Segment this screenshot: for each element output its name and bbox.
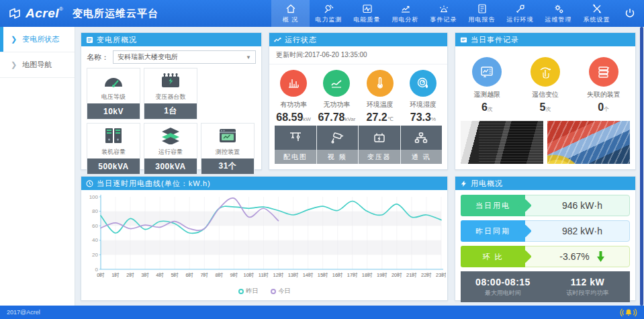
svg-text:11时: 11时 [259,272,269,278]
offline-device-icon [589,57,618,87]
nav-item-usage-report[interactable]: 用电报告 [463,0,501,27]
video-button[interactable]: 视 频 [317,126,359,164]
running-status-panel: 运行状态 更新时间:2017-06-20 13:35:00 有功功率 68.59… [269,32,448,170]
nav-item-ops-management[interactable]: 运维管理 [539,0,578,27]
svg-text:22时: 22时 [421,272,432,278]
camera-icon [317,126,359,150]
pulse-box-icon [362,3,373,15]
thermometer-icon [367,70,394,97]
svg-text:15时: 15时 [318,272,328,278]
quick-buttons: 配电图 视 频 变压器 通 讯 [275,126,442,164]
nav-item-system-settings[interactable]: 系统设置 [578,0,616,27]
overview-cards: 电压等级 10kV 变压器台数 1台 装机容量 500kVA [81,66,261,176]
humidity-gauge-icon [410,70,436,97]
vertical-scrollbar [640,27,643,306]
svg-text:17时: 17时 [347,272,358,278]
main-nav: 概 况 电力监测 电能质量 用电分析 事件记录 用电报告 [271,0,644,27]
left-sidebar: ❯ 变电所状态 ❯ 地图导航 [0,27,75,306]
yesterday-usage-value: 982 kW·h [522,220,630,242]
event-stats: 遥测越限 6次 遥信变位 5次 失联的装置 0个 [455,46,635,116]
panel-header: 用电概况 [455,177,635,190]
monitor-chart-icon [472,57,502,87]
footer-bar: 2017@Acrel [0,306,644,319]
substation-overview-panel: 变电所概况 名称： 安科瑞新大楼变电所 ▼ 电压等级 10kV 变压器台数 [81,32,262,170]
top-navbar: Acrel ® 变电所运维云平台 概 况 电力监测 电能质量 用电分析 [0,0,644,27]
server-icon [87,124,140,148]
chart-title: 当日逐时用电曲线(单位：kW.h) [97,179,211,189]
svg-text:18时: 18时 [362,272,373,278]
svg-text:6时: 6时 [185,272,193,278]
network-icon [401,126,443,150]
transformer-count-card: 变压器台数 1台 [144,68,197,120]
panel-title: 运行状态 [285,35,317,45]
server-room-photo[interactable] [461,121,543,164]
caret-down-icon: ▼ [246,54,251,60]
peak-power: 112 kW 该时段平均功率 [545,277,630,298]
svg-text:14时: 14时 [303,272,314,278]
name-label: 名称： [87,52,109,62]
nav-item-usage-analysis[interactable]: 用电分析 [386,0,424,27]
peak-time: 08:00-08:15 最大用电时间 [461,277,545,298]
ambient-humidity-stat: 环境湿度 73.3% [403,70,443,124]
sidebar-item-substation-status[interactable]: ❯ 变电所状态 [0,27,75,52]
scrollbar-thumb[interactable] [640,27,643,306]
tools-icon [592,3,602,15]
yesterday-usage-label: 昨日同期 [461,220,525,242]
running-capacity-card: 运行容量 300kVA [144,123,197,175]
panel-header: 当日事件记录 [455,33,635,46]
today-usage-value: 946 kW·h [522,195,630,216]
distribution-diagram-button[interactable]: 配电图 [275,126,316,164]
sidebar-item-map-navigation[interactable]: ❯ 地图导航 [0,52,75,78]
communication-button[interactable]: 通 讯 [401,126,443,164]
svg-text:23时: 23时 [436,272,446,278]
usage-line-chart: 0204060801000时1时2时3时4时5时6时7时8时9时10时11时12… [83,193,446,288]
network-cables-photo[interactable] [547,121,630,164]
layers-icon [144,124,197,148]
gauge-icon [87,69,140,93]
wave-icon [323,70,350,97]
brand-logo-text: Acrel [26,6,59,21]
chevron-right-icon: ❯ [11,35,17,44]
transformer-icon [144,69,197,93]
activity-icon [274,36,281,44]
app-title: 变电所运维云平台 [73,7,158,20]
ratio-label: 环 比 [461,246,525,267]
svg-text:4时: 4时 [156,272,164,278]
svg-text:20: 20 [92,252,98,258]
home-icon [285,3,296,15]
legend-yesterday[interactable]: 昨日 [238,287,259,295]
usage-rows: 当日用电 946 kW·h 昨日同期 982 kW·h 环 比 -3.67% 0… [455,190,635,307]
voltage-level-card: 电压等级 10kV [87,68,140,120]
svg-text:21时: 21时 [406,272,417,278]
chevron-right-icon: ❯ [11,60,17,69]
svg-text:9时: 9时 [230,272,238,278]
svg-text:7时: 7时 [200,272,208,278]
nav-item-overview[interactable]: 概 况 [271,0,310,27]
distribution-diagram-icon [275,126,316,150]
svg-text:3时: 3时 [141,272,149,278]
svg-text:60: 60 [92,223,98,229]
usage-overview-panel: 用电概况 当日用电 946 kW·h 昨日同期 982 kW·h 环 比 -3.… [455,176,636,301]
nav-item-power-monitor[interactable]: 电力监测 [310,0,348,27]
telemetry-overlimit-stat: 遥测越限 6次 [467,57,507,113]
svg-text:19时: 19时 [377,272,387,278]
ambient-temperature-stat: 环境温度 27.2℃ [360,70,400,124]
list-icon [86,36,93,44]
copyright-text: 2017@Acrel [7,309,40,316]
signal-change-stat: 遥信变位 5次 [525,57,565,113]
transformer-button[interactable]: 变压器 [359,126,400,164]
nav-item-power-quality[interactable]: 电能质量 [348,0,386,27]
station-select[interactable]: 安科瑞新大楼变电所 ▼ [113,50,256,64]
panel-header: 当日逐时用电曲线(单位：kW.h) [81,177,447,190]
hourly-usage-chart-panel: 当日逐时用电曲线(单位：kW.h) 0204060801000时1时2时3时4时… [81,176,448,301]
svg-text:1时: 1时 [111,272,120,278]
svg-text:5时: 5时 [171,272,179,278]
nav-item-event-log[interactable]: 事件记录 [424,0,463,27]
alarm-icon [439,3,449,15]
notification-bell-icon[interactable] [620,308,637,318]
logout-power-button[interactable] [616,0,644,27]
event-photos [461,121,630,164]
svg-text:8时: 8时 [216,272,224,278]
nav-item-environment[interactable]: 运行环境 [501,0,539,27]
legend-today[interactable]: 今日 [271,287,291,295]
